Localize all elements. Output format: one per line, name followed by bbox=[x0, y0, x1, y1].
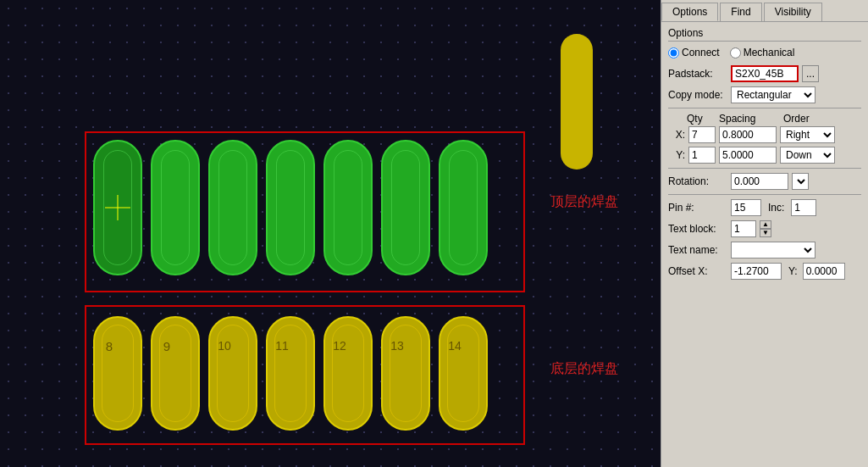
pin-label: Pin #: bbox=[668, 202, 727, 214]
bpad-num-9: 9 bbox=[142, 339, 191, 353]
x-order-select[interactable]: Right Left bbox=[780, 126, 835, 143]
right-panel: Options Find Visibility Options Connect … bbox=[661, 0, 868, 467]
text-name-label: Text name: bbox=[668, 244, 727, 256]
rotation-input[interactable] bbox=[731, 173, 788, 190]
bpad-num-12: 12 bbox=[315, 339, 364, 353]
tab-options[interactable]: Options bbox=[661, 3, 718, 21]
x-row: X: Right Left bbox=[668, 126, 861, 143]
top-pads-container bbox=[93, 140, 488, 275]
bottom-pad-numbers: 8 9 10 11 12 13 14 bbox=[85, 339, 479, 353]
pad-yellow-13 bbox=[381, 316, 430, 431]
divider-2 bbox=[668, 168, 861, 169]
y-order-select[interactable]: Down Up bbox=[780, 147, 835, 164]
mechanical-radio[interactable] bbox=[730, 47, 741, 58]
y-row: Y: Down Up bbox=[668, 147, 861, 164]
pin-input[interactable] bbox=[731, 199, 761, 216]
text-block-label: Text block: bbox=[668, 223, 727, 235]
bpad-num-10: 10 bbox=[200, 339, 249, 353]
options-section-label: Options bbox=[668, 27, 861, 42]
pad-green-4 bbox=[266, 140, 315, 275]
text-block-row: Text block: ▲ ▼ bbox=[668, 220, 861, 237]
bpad-num-13: 13 bbox=[373, 339, 422, 353]
x-label: X: bbox=[668, 129, 685, 141]
pad-green-3 bbox=[208, 140, 257, 275]
connect-radio-group: Connect Mechanical bbox=[668, 47, 861, 58]
bottom-layer-label: 底层的焊盘 bbox=[550, 360, 618, 378]
text-block-down[interactable]: ▼ bbox=[760, 229, 771, 237]
inc-input[interactable] bbox=[791, 199, 816, 216]
bpad-num-8: 8 bbox=[85, 339, 134, 353]
connect-radio-item[interactable]: Connect bbox=[668, 47, 720, 58]
offset-x-row: Offset X: Y: bbox=[668, 263, 861, 280]
divider-1 bbox=[668, 108, 861, 108]
offset-x-label: Offset X: bbox=[668, 265, 727, 277]
bpad-num-14: 14 bbox=[430, 339, 479, 353]
vertical-pad-bar bbox=[561, 34, 593, 170]
y-label: Y: bbox=[668, 149, 685, 161]
padstack-row: Padstack: ... bbox=[668, 65, 861, 82]
order-header: Order bbox=[783, 113, 834, 125]
rotation-unit-select[interactable]: ▾ bbox=[792, 173, 809, 190]
y-qty-input[interactable] bbox=[688, 147, 716, 164]
copy-mode-row: Copy mode: Rectangular bbox=[668, 86, 861, 103]
copy-mode-select[interactable]: Rectangular bbox=[731, 86, 815, 103]
pad-green-6 bbox=[381, 140, 430, 275]
bottom-pads-container bbox=[93, 316, 488, 431]
pad-yellow-10 bbox=[208, 316, 257, 431]
mechanical-radio-label: Mechanical bbox=[744, 47, 795, 58]
rotation-row: Rotation: ▾ bbox=[668, 173, 861, 190]
text-name-select[interactable] bbox=[731, 242, 815, 259]
pad-green-7 bbox=[439, 140, 488, 275]
rotation-label: Rotation: bbox=[668, 175, 727, 187]
pad-green-2 bbox=[151, 140, 200, 275]
tab-visibility[interactable]: Visibility bbox=[764, 3, 822, 21]
pad-green-1 bbox=[93, 140, 142, 275]
pad-green-5 bbox=[323, 140, 373, 275]
tab-find[interactable]: Find bbox=[720, 3, 761, 21]
column-headers: Qty Spacing Order bbox=[687, 113, 861, 125]
canvas-area[interactable]: 1 2 3 4 5 6 7 bbox=[0, 0, 661, 467]
pad-yellow-14 bbox=[439, 316, 488, 431]
panel-content: Options Connect Mechanical Padstack: ...… bbox=[661, 22, 868, 467]
connect-radio-label: Connect bbox=[682, 47, 720, 58]
padstack-label: Padstack: bbox=[668, 68, 727, 80]
offset-y-input[interactable] bbox=[803, 263, 845, 280]
divider-3 bbox=[668, 194, 861, 195]
y-spacing-input[interactable] bbox=[719, 147, 777, 164]
offset-y-label: Y: bbox=[788, 265, 798, 277]
text-block-input[interactable] bbox=[731, 220, 756, 237]
qty-header: Qty bbox=[687, 113, 712, 125]
padstack-browse-button[interactable]: ... bbox=[802, 65, 819, 82]
padstack-input[interactable] bbox=[731, 65, 799, 82]
copy-mode-label: Copy mode: bbox=[668, 89, 727, 101]
x-qty-input[interactable] bbox=[688, 126, 716, 143]
bpad-num-11: 11 bbox=[257, 339, 307, 353]
pad-yellow-8 bbox=[93, 316, 142, 431]
spacing-header: Spacing bbox=[719, 113, 780, 125]
inc-label: Inc: bbox=[768, 202, 784, 214]
top-layer-label: 顶层的焊盘 bbox=[550, 193, 618, 211]
offset-x-input[interactable] bbox=[731, 263, 782, 280]
connect-radio[interactable] bbox=[668, 47, 679, 58]
pin-row: Pin #: Inc: bbox=[668, 199, 861, 216]
text-block-up[interactable]: ▲ bbox=[760, 220, 771, 229]
mechanical-radio-item[interactable]: Mechanical bbox=[730, 47, 795, 58]
pad-yellow-12 bbox=[323, 316, 373, 431]
text-block-spinner: ▲ ▼ bbox=[760, 220, 771, 237]
x-spacing-input[interactable] bbox=[719, 126, 777, 143]
tab-bar: Options Find Visibility bbox=[661, 0, 868, 22]
text-name-row: Text name: bbox=[668, 242, 861, 259]
pad-yellow-9 bbox=[151, 316, 200, 431]
cross-marker bbox=[105, 195, 130, 220]
pad-yellow-11 bbox=[266, 316, 315, 431]
